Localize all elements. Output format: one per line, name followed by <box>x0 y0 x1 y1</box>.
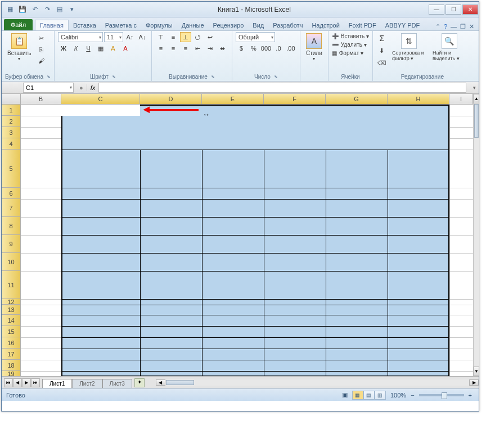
column-header-D[interactable]: D <box>140 94 202 105</box>
first-sheet-icon[interactable]: ⏮ <box>4 378 13 387</box>
paste-button[interactable]: 📋Вставить▾ <box>5 32 33 62</box>
increase-indent-icon[interactable]: ⇥ <box>205 43 216 53</box>
zoom-in-icon[interactable]: + <box>466 392 474 399</box>
help-icon[interactable]: ? <box>444 23 447 30</box>
column-header-C[interactable]: C <box>61 94 140 105</box>
sort-filter-button[interactable]: ⇅Сортировка и фильтр ▾ <box>390 32 428 62</box>
tab-Разметка с[interactable]: Разметка с <box>101 20 141 30</box>
italic-button[interactable]: К <box>70 43 82 53</box>
row-header-9[interactable]: 9 <box>2 235 21 253</box>
undo-icon[interactable]: ↶ <box>30 4 40 15</box>
new-sheet-button[interactable]: ✦ <box>134 378 145 387</box>
scroll-up-icon[interactable]: ▲ <box>474 94 479 103</box>
tab-Разработч[interactable]: Разработч <box>268 20 307 30</box>
expand-icon[interactable]: ⬊ <box>274 74 278 79</box>
wrap-text-icon[interactable]: ↩ <box>205 32 216 42</box>
macro-icon[interactable]: ▣ <box>342 391 348 399</box>
sheet-tab-Лист1[interactable]: Лист1 <box>42 379 72 388</box>
border-icon[interactable]: ▦ <box>95 43 106 53</box>
redo-icon[interactable]: ↷ <box>42 4 52 15</box>
decrease-font-icon[interactable]: A↓ <box>137 32 148 42</box>
scroll-left-icon[interactable]: ◀ <box>156 379 165 386</box>
align-middle-icon[interactable]: ≡ <box>168 32 179 42</box>
fill-icon[interactable]: ⬇ <box>376 46 388 56</box>
find-select-button[interactable]: 🔍Найти и выделить ▾ <box>430 32 469 62</box>
row-header-12[interactable]: 12 <box>2 299 21 305</box>
page-layout-view-icon[interactable]: ▤ <box>363 391 375 400</box>
autosum-icon[interactable]: Σ <box>376 33 388 43</box>
orientation-icon[interactable]: ⭯ <box>192 32 204 42</box>
row-header-11[interactable]: 11 <box>2 271 21 299</box>
row-header-16[interactable]: 16 <box>2 337 21 349</box>
doc-close-icon[interactable]: ✕ <box>469 23 474 30</box>
minimize-button[interactable]: — <box>429 4 444 15</box>
column-header-G[interactable]: G <box>326 94 388 105</box>
next-sheet-icon[interactable]: ▶ <box>22 378 31 387</box>
vertical-scrollbar[interactable]: ▲ ▼ <box>473 94 479 376</box>
select-all-corner[interactable] <box>2 94 21 105</box>
prev-sheet-icon[interactable]: ◀ <box>13 378 22 387</box>
copy-icon[interactable]: ⎘ <box>35 44 47 55</box>
tab-ABBYY PDF[interactable]: ABBYY PDF <box>381 20 425 30</box>
qat-dropdown-icon[interactable]: ▾ <box>67 4 77 15</box>
percent-icon[interactable]: % <box>248 43 259 53</box>
increase-font-icon[interactable]: A↑ <box>124 32 136 42</box>
cells-area[interactable]: ↔◀ <box>21 105 473 376</box>
column-header-E[interactable]: E <box>202 94 264 105</box>
row-header-5[interactable]: 5 <box>2 150 21 188</box>
doc-restore-icon[interactable]: ❐ <box>460 23 466 30</box>
fx-cancel-icon[interactable]: ● <box>79 84 83 91</box>
qat-icon[interactable]: ▤ <box>55 4 65 15</box>
row-header-7[interactable]: 7 <box>2 199 21 217</box>
bold-button[interactable]: Ж <box>58 43 69 53</box>
column-header-H[interactable]: H <box>388 94 449 105</box>
row-header-18[interactable]: 18 <box>2 360 21 371</box>
font-color-icon[interactable]: A <box>120 43 131 53</box>
column-header-I[interactable]: I <box>449 94 473 105</box>
page-break-view-icon[interactable]: ▥ <box>375 391 386 400</box>
expand-icon[interactable]: ⬊ <box>211 74 215 79</box>
tab-file[interactable]: Файл <box>4 19 33 30</box>
row-header-8[interactable]: 8 <box>2 217 21 235</box>
tab-Вставка[interactable]: Вставка <box>69 20 101 30</box>
row-header-15[interactable]: 15 <box>2 326 21 337</box>
clear-icon[interactable]: ⌫ <box>376 58 388 68</box>
align-center-icon[interactable]: ≡ <box>168 43 179 53</box>
number-format-dropdown[interactable]: Общий <box>236 32 275 42</box>
doc-minimize-icon[interactable]: — <box>451 23 457 30</box>
tab-Главная[interactable]: Главная <box>35 20 69 30</box>
tab-Формулы[interactable]: Формулы <box>141 20 177 30</box>
zoom-out-icon[interactable]: − <box>408 392 416 399</box>
currency-icon[interactable]: $ <box>236 43 247 53</box>
hscroll-thumb[interactable] <box>166 380 194 385</box>
align-right-icon[interactable]: ≡ <box>180 43 191 53</box>
tab-Данные[interactable]: Данные <box>177 20 209 30</box>
styles-button[interactable]: AСтили▾ <box>304 32 325 62</box>
underline-button[interactable]: Ч <box>83 43 94 53</box>
active-cell[interactable] <box>61 105 140 116</box>
tab-Надстрой[interactable]: Надстрой <box>307 20 344 30</box>
format-painter-icon[interactable]: 🖌 <box>35 56 47 66</box>
tab-Вид[interactable]: Вид <box>248 20 268 30</box>
row-header-3[interactable]: 3 <box>2 127 21 138</box>
increase-decimal-icon[interactable]: .0 <box>273 43 284 53</box>
save-icon[interactable]: 💾 <box>17 4 28 15</box>
comma-icon[interactable]: 000 <box>260 43 272 53</box>
decrease-indent-icon[interactable]: ⇤ <box>192 43 204 53</box>
minimize-ribbon-icon[interactable]: ⌃ <box>435 23 440 30</box>
row-header-6[interactable]: 6 <box>2 188 21 199</box>
cut-icon[interactable]: ✂ <box>35 33 47 43</box>
last-sheet-icon[interactable]: ⏭ <box>31 378 40 387</box>
tab-Foxit PDF[interactable]: Foxit PDF <box>344 20 381 30</box>
sheet-tab-Лист3[interactable]: Лист3 <box>102 379 132 388</box>
row-header-19[interactable]: 19 <box>2 371 21 376</box>
column-header-F[interactable]: F <box>264 94 326 105</box>
scroll-thumb[interactable] <box>474 104 479 138</box>
sheet-tab-Лист2[interactable]: Лист2 <box>72 379 102 388</box>
row-header-2[interactable]: 2 <box>2 116 21 127</box>
align-left-icon[interactable]: ≡ <box>155 43 166 53</box>
font-size-dropdown[interactable]: 11 <box>104 32 123 42</box>
column-header-B[interactable]: B <box>21 94 61 105</box>
close-button[interactable]: ✕ <box>462 4 478 15</box>
normal-view-icon[interactable]: ▦ <box>352 391 363 400</box>
